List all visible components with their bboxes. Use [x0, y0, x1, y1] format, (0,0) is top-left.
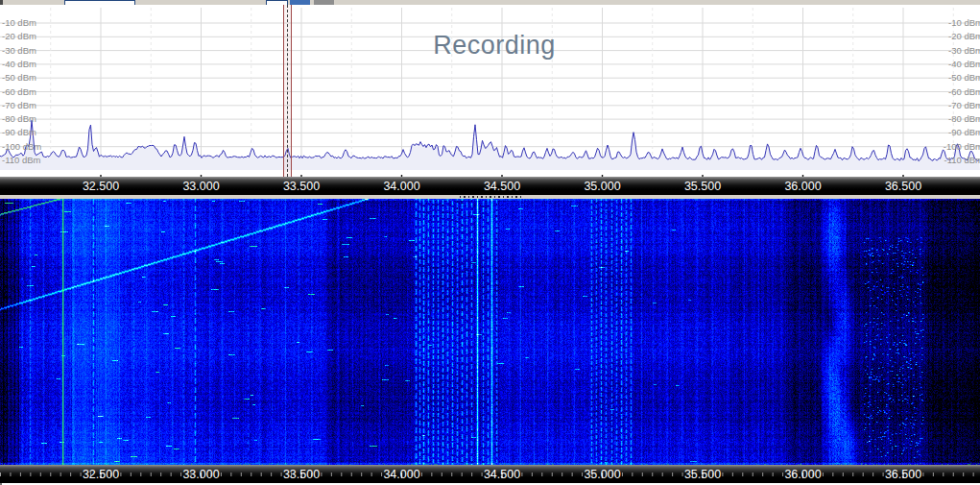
spectrum-display[interactable]: -10 dBm-20 dBm-30 dBm-40 dBm-50 dBm-60 d… — [0, 5, 980, 177]
dbm-axis-label: -50 dBm — [948, 73, 980, 83]
frequency-label: 33.500 — [283, 468, 320, 481]
frequency-label: 33.500 — [283, 180, 320, 193]
tuning-indicator[interactable] — [283, 5, 292, 177]
frequency-label: 34.000 — [383, 180, 419, 193]
dbm-axis-label: -90 dBm — [2, 128, 36, 137]
frequency-label: 33.000 — [182, 180, 219, 193]
dbm-axis-label: -70 dBm — [948, 101, 980, 110]
dbm-axis-label: -50 dBm — [2, 73, 36, 83]
dbm-axis-label: -30 dBm — [2, 46, 36, 56]
frequency-label: 34.500 — [484, 180, 520, 193]
waterfall-display[interactable] — [0, 199, 980, 465]
frequency-scale-bottom[interactable]: 32.50033.00033.50034.00034.50035.00035.5… — [0, 465, 980, 483]
frequency-label: 35.000 — [584, 180, 620, 193]
frequency-label: 32.500 — [83, 180, 119, 193]
recording-span-marker — [460, 196, 523, 198]
frequency-label: 36.500 — [885, 180, 921, 193]
dbm-axis-label: -10 dBm — [948, 18, 980, 28]
dbm-axis-label: -30 dBm — [948, 46, 980, 56]
dbm-axis-label: -110 dBm — [944, 156, 980, 165]
frequency-label: 33.000 — [182, 468, 219, 481]
dbm-axis-label: -20 dBm — [2, 32, 36, 41]
frequency-label: 32.500 — [83, 468, 119, 481]
dbm-axis-label: -60 dBm — [948, 87, 980, 97]
dbm-axis-label: -10 dBm — [2, 18, 36, 28]
dbm-axis-label: -80 dBm — [2, 114, 36, 124]
dbm-axis-label: -80 dBm — [948, 114, 980, 124]
tuning-center-line — [287, 5, 288, 177]
dbm-axis-label: -100 dBm — [944, 142, 980, 152]
recording-status-label: Recording — [365, 31, 624, 61]
frequency-label: 34.000 — [383, 468, 419, 481]
frequency-label: 35.000 — [584, 468, 620, 481]
frequency-label: 35.500 — [684, 468, 721, 481]
dbm-axis-label: -40 dBm — [2, 60, 36, 69]
frequency-label: 36.000 — [784, 468, 821, 481]
frequency-scale-top[interactable]: 32.50033.00033.50034.00034.50035.00035.5… — [0, 177, 980, 195]
dbm-axis-label: -60 dBm — [2, 87, 36, 97]
frequency-label: 36.500 — [885, 468, 921, 481]
dbm-axis-label: -40 dBm — [948, 60, 980, 69]
dbm-axis-label: -110 dBm — [2, 156, 40, 165]
sdr-app-window: -10 dBm-20 dBm-30 dBm-40 dBm-50 dBm-60 d… — [0, 0, 980, 485]
dbm-axis-label: -90 dBm — [948, 128, 980, 137]
frequency-label: 34.500 — [484, 468, 520, 481]
dbm-axis-label: -100 dBm — [2, 142, 41, 152]
dbm-axis-label: -70 dBm — [2, 101, 36, 110]
frequency-label: 36.000 — [784, 180, 821, 193]
dbm-axis-label: -20 dBm — [948, 32, 980, 41]
frequency-label: 35.500 — [684, 180, 721, 193]
